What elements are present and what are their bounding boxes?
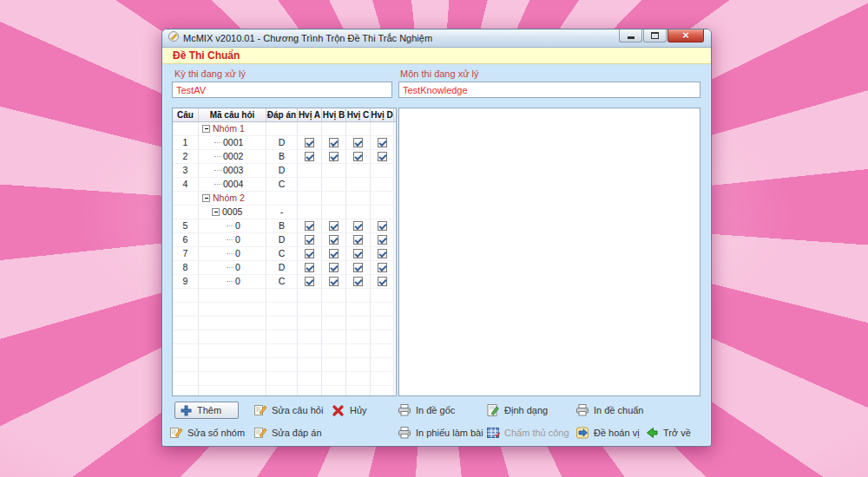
cham-thu-cong-button[interactable]: Chấm thủ công bbox=[483, 424, 573, 441]
minimize-button[interactable] bbox=[619, 29, 642, 42]
grid-column-header[interactable]: Mã câu hỏi bbox=[199, 108, 266, 121]
huy-button[interactable]: Hủy bbox=[328, 402, 371, 419]
permutation-checkbox[interactable] bbox=[378, 263, 387, 272]
sua-so-nhom-button[interactable]: Sửa số nhóm bbox=[166, 424, 248, 441]
permutation-checkbox[interactable] bbox=[378, 138, 387, 147]
cell-hvi bbox=[346, 122, 371, 136]
grid-empty-row bbox=[173, 317, 396, 330]
cell-hvi bbox=[322, 122, 346, 136]
permutation-checkbox[interactable] bbox=[378, 277, 387, 286]
cell-cau bbox=[173, 192, 199, 206]
cell-hvi bbox=[371, 233, 394, 247]
grid-question-row[interactable]: 30003D bbox=[173, 164, 396, 178]
tree-expander-icon[interactable] bbox=[202, 125, 210, 133]
grid-question-row[interactable]: 20002B bbox=[173, 150, 396, 164]
cell-hvi bbox=[371, 122, 394, 136]
cell-hvi bbox=[346, 330, 371, 344]
grid-question-row[interactable]: 60D bbox=[173, 233, 396, 247]
permutation-checkbox[interactable] bbox=[378, 221, 387, 231]
grid-question-row[interactable]: 90C bbox=[173, 275, 396, 289]
grid-column-header[interactable]: Đáp án bbox=[266, 108, 298, 121]
cell-hvi bbox=[346, 261, 371, 275]
titlebar[interactable]: McMIX v2010.01 - Chương Trình Trộn Đề Th… bbox=[162, 29, 711, 48]
permutation-checkbox[interactable] bbox=[353, 263, 363, 272]
grid-question-row[interactable]: 80D bbox=[173, 261, 396, 275]
permutation-checkbox[interactable] bbox=[353, 152, 363, 161]
permutation-checkbox[interactable] bbox=[305, 235, 314, 245]
cell-hvi bbox=[346, 136, 371, 150]
app-window: McMIX v2010.01 - Chương Trình Trộn Đề Th… bbox=[161, 29, 712, 447]
permutation-checkbox[interactable] bbox=[378, 249, 387, 258]
close-button[interactable] bbox=[667, 29, 704, 42]
permutation-checkbox[interactable] bbox=[353, 221, 363, 231]
grid-column-header[interactable]: Câu bbox=[173, 108, 199, 121]
permutation-checkbox[interactable] bbox=[329, 152, 339, 161]
tree-expander-icon[interactable] bbox=[202, 194, 210, 202]
permutation-checkbox[interactable] bbox=[305, 152, 314, 161]
permutation-checkbox[interactable] bbox=[305, 249, 314, 258]
in-de-chuan-button[interactable]: In đề chuẩn bbox=[572, 402, 648, 419]
cell-hvi bbox=[298, 122, 322, 136]
permutation-checkbox[interactable] bbox=[353, 249, 363, 258]
permutation-checkbox[interactable] bbox=[353, 235, 363, 245]
de-hoan-vi-button[interactable]: Đề hoán vị bbox=[572, 424, 643, 441]
cell-hvi bbox=[322, 192, 346, 206]
permutation-checkbox[interactable] bbox=[329, 235, 339, 245]
grid-column-header[interactable]: Hvị B bbox=[322, 108, 346, 121]
cell-cau bbox=[173, 122, 199, 136]
them-button[interactable]: Thêm bbox=[174, 402, 239, 419]
dinh-dang-button[interactable]: Định dạng bbox=[483, 402, 551, 419]
permutation-checkbox[interactable] bbox=[329, 221, 339, 231]
sua-dap-an-button[interactable]: Sửa đáp án bbox=[250, 424, 326, 441]
cell-hvi bbox=[346, 150, 371, 164]
permutation-checkbox[interactable] bbox=[329, 138, 339, 147]
permutation-checkbox[interactable] bbox=[305, 277, 314, 286]
exam-input[interactable] bbox=[172, 82, 392, 98]
sua-cau-hoi-button[interactable]: Sửa câu hỏi bbox=[250, 402, 326, 419]
permutation-checkbox[interactable] bbox=[305, 138, 314, 147]
cell-hvi bbox=[298, 317, 322, 330]
question-grid: CâuMã câu hỏiĐáp ánHvị AHvị BHvị CHvị D … bbox=[172, 108, 397, 396]
exam-label: Kỳ thi đang xử lý bbox=[174, 69, 246, 79]
grid-question-row[interactable]: 50B bbox=[173, 219, 396, 233]
permutation-checkbox[interactable] bbox=[353, 277, 363, 286]
permutation-checkbox[interactable] bbox=[305, 221, 314, 231]
toolbar-button-label: Chấm thủ công bbox=[504, 428, 569, 438]
permutation-checkbox[interactable] bbox=[378, 152, 387, 161]
group-label: Nhóm 1 bbox=[213, 122, 245, 135]
tree-expander-icon[interactable] bbox=[212, 208, 220, 216]
grid-question-row[interactable]: 10001D bbox=[173, 136, 396, 150]
permutation-checkbox[interactable] bbox=[329, 277, 339, 286]
grid-group-row[interactable]: Nhóm 1 bbox=[173, 122, 396, 136]
cell-hvi bbox=[371, 372, 394, 386]
grid-group-row[interactable]: Nhóm 2 bbox=[173, 192, 396, 206]
in-phieu-lam-bai-button[interactable]: In phiếu làm bài bbox=[394, 424, 487, 441]
window-title: McMIX v2010.01 - Chương Trình Trộn Đề Th… bbox=[183, 33, 432, 43]
grid-column-header[interactable]: Hvị D bbox=[371, 108, 394, 121]
cell-hvi bbox=[346, 303, 371, 317]
grid-column-header[interactable]: Hvị C bbox=[346, 108, 371, 121]
subject-input[interactable] bbox=[398, 82, 700, 98]
cell-hvi bbox=[322, 178, 346, 192]
grid-question-row[interactable]: 40004C bbox=[173, 178, 396, 192]
cell-ma-cau-hoi: Nhóm 2 bbox=[199, 192, 266, 206]
grid-question-row[interactable]: 70C bbox=[173, 247, 396, 261]
tro-ve-button[interactable]: Trở về bbox=[641, 424, 694, 441]
cell-hvi bbox=[298, 261, 322, 275]
permutation-checkbox[interactable] bbox=[329, 249, 339, 258]
back-arrow-icon bbox=[645, 426, 659, 440]
cell-hvi bbox=[298, 372, 322, 386]
permutation-checkbox[interactable] bbox=[378, 235, 387, 245]
in-de-goc-button[interactable]: In đề gốc bbox=[394, 402, 458, 419]
grid-header: CâuMã câu hỏiĐáp ánHvị AHvị BHvị CHvị D bbox=[173, 108, 396, 122]
permutation-checkbox[interactable] bbox=[353, 138, 363, 147]
grid-empty-row bbox=[173, 344, 396, 358]
preview-panel[interactable] bbox=[398, 108, 700, 396]
permutation-checkbox[interactable] bbox=[305, 263, 314, 272]
grid-column-header[interactable]: Hvị A bbox=[298, 108, 322, 121]
cell-hvi bbox=[346, 386, 371, 396]
maximize-button[interactable] bbox=[643, 29, 667, 42]
cell-hvi bbox=[346, 289, 371, 303]
permutation-checkbox[interactable] bbox=[329, 263, 339, 272]
grid-group-row[interactable]: 0005- bbox=[173, 206, 396, 219]
